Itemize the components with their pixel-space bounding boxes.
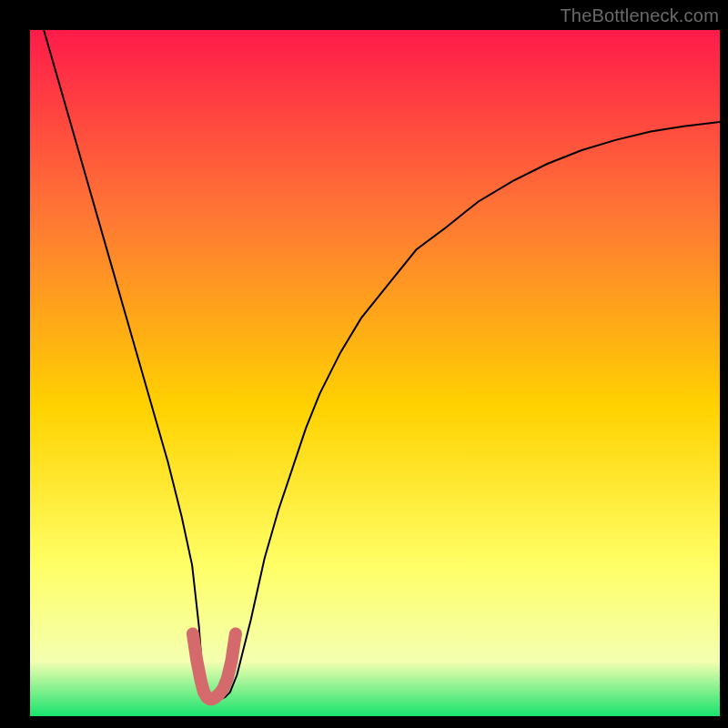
- chart-frame: TheBottleneck.com: [0, 0, 728, 728]
- gradient-background: [30, 30, 720, 716]
- bottleneck-chart: [30, 30, 720, 716]
- watermark-text: TheBottleneck.com: [560, 5, 719, 26]
- plot-area: [30, 30, 720, 716]
